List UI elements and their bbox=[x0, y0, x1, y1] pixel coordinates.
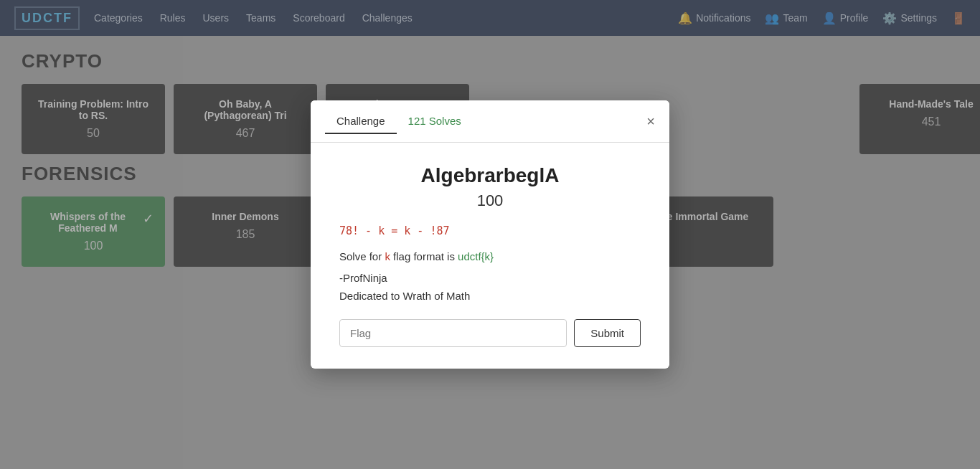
challenge-description: Solve for k flag format is udctf{k} bbox=[339, 249, 641, 265]
desc-flag: udctf{k} bbox=[458, 250, 494, 262]
challenge-dedication: Dedicated to Wrath of Math bbox=[339, 290, 641, 302]
modal-body: AlgebrarbeglA 100 78! - k = k - !87 Solv… bbox=[311, 143, 669, 369]
tab-challenge[interactable]: Challenge bbox=[325, 109, 397, 134]
flag-input[interactable] bbox=[339, 319, 567, 347]
flag-input-row: Submit bbox=[339, 319, 641, 347]
submit-button[interactable]: Submit bbox=[574, 319, 641, 347]
challenge-title: AlgebrarbeglA bbox=[339, 164, 641, 187]
modal-overlay[interactable]: Challenge 121 Solves × AlgebrarbeglA 100… bbox=[0, 0, 980, 469]
desc-k: k bbox=[385, 250, 390, 262]
challenge-author: -ProfNinja bbox=[339, 272, 641, 284]
challenge-modal: Challenge 121 Solves × AlgebrarbeglA 100… bbox=[311, 100, 669, 369]
modal-header: Challenge 121 Solves × bbox=[311, 100, 669, 143]
tab-solves[interactable]: 121 Solves bbox=[397, 109, 473, 134]
challenge-equation: 78! - k = k - !87 bbox=[339, 224, 641, 237]
desc-pre: Solve for bbox=[339, 250, 385, 262]
modal-close-button[interactable]: × bbox=[646, 114, 655, 128]
challenge-points: 100 bbox=[339, 191, 641, 210]
desc-mid: flag format is bbox=[390, 250, 458, 262]
